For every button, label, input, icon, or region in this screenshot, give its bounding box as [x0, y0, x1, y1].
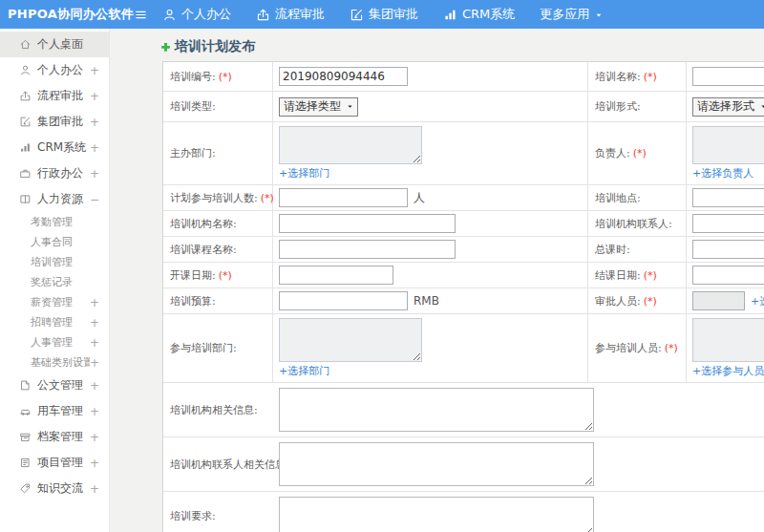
- sidebar-subitem-6-6[interactable]: 人事管理+: [0, 332, 109, 352]
- topnav-item-0[interactable]: 个人办公: [162, 6, 231, 23]
- sidebar-item-5[interactable]: 行政办公+: [0, 160, 109, 186]
- training-name-label: 培训名称:: [595, 70, 641, 84]
- sidebar-item-label: 用车管理: [37, 403, 90, 419]
- budget-input[interactable]: [279, 291, 408, 310]
- form-row-8: 参与培训部门:+选择部门参与培训人员: (*)+选择参与人员: [163, 313, 764, 382]
- form-row-4: 培训机构名称:培训机构联系人:: [163, 210, 764, 236]
- host-department-link[interactable]: +选择部门: [279, 166, 422, 181]
- sidebar-item-2[interactable]: 流程审批+: [0, 83, 109, 109]
- training-form-select[interactable]: 请选择形式: [692, 97, 764, 117]
- org-name-input[interactable]: [279, 214, 456, 233]
- participating-departments-textarea[interactable]: [279, 318, 422, 362]
- sidebar-item-6[interactable]: 人力资源−: [0, 186, 109, 212]
- training-requirements-textarea[interactable]: [279, 497, 594, 532]
- expand-toggle[interactable]: +: [90, 356, 99, 370]
- sidebar-item-9[interactable]: 档案管理+: [0, 424, 109, 450]
- course-name-input[interactable]: [279, 240, 456, 259]
- training-name-input[interactable]: [692, 67, 764, 86]
- topnav-item-1[interactable]: 流程审批: [256, 6, 325, 23]
- training-location-input[interactable]: [692, 188, 764, 207]
- desktop-icon: [19, 38, 32, 51]
- participating-staff-link[interactable]: +选择参与人员: [692, 364, 764, 378]
- sidebar-item-0[interactable]: 个人桌面: [0, 32, 109, 57]
- planned-participants-input[interactable]: [279, 188, 408, 207]
- leader-label-cell: 负责人: (*): [588, 122, 687, 184]
- org-contact-info-label: 培训机构联系人相关信息:: [170, 458, 289, 472]
- expand-toggle[interactable]: +: [90, 167, 99, 181]
- training-form-select-value: 请选择形式: [697, 98, 754, 115]
- participating-staff-textarea[interactable]: [692, 318, 764, 362]
- approver-label-cell: 审批人员: (*): [588, 288, 687, 313]
- caret-icon: [346, 102, 354, 111]
- org-contact-input[interactable]: [692, 214, 764, 233]
- expand-toggle[interactable]: +: [90, 296, 99, 309]
- approver-input[interactable]: [692, 291, 745, 310]
- expand-toggle[interactable]: +: [90, 141, 99, 155]
- sidebar-item-8[interactable]: 用车管理+: [0, 398, 109, 424]
- expand-toggle[interactable]: +: [90, 90, 99, 103]
- sidebar-subitem-6-5[interactable]: 招聘管理+: [0, 312, 109, 332]
- training-requirements-label: 培训要求:: [170, 509, 216, 523]
- form-row-9: 培训机构相关信息:: [163, 382, 764, 436]
- approver-link[interactable]: +选择审批人员: [751, 294, 764, 309]
- sidebar-subitem-6-0[interactable]: 考勤管理: [0, 212, 109, 232]
- expand-toggle[interactable]: −: [90, 193, 99, 206]
- host-department-label: 主办部门:: [170, 146, 216, 160]
- participating-departments-link[interactable]: +选择部门: [279, 364, 422, 378]
- end-date-input[interactable]: [692, 266, 764, 285]
- sidebar-subitem-6-3[interactable]: 奖惩记录: [0, 272, 109, 292]
- sidebar-item-4[interactable]: CRM系统+: [0, 135, 109, 160]
- expand-toggle[interactable]: +: [90, 336, 99, 350]
- topnav-item-3[interactable]: CRM系统: [443, 6, 515, 23]
- sidebar-item-1[interactable]: 个人办公+: [0, 57, 109, 83]
- expand-toggle[interactable]: +: [90, 379, 99, 393]
- start-date-input[interactable]: [279, 266, 393, 285]
- sidebar-subitem-6-7[interactable]: 基础类别设置+: [0, 352, 109, 372]
- sidebar-item-label: 集团审批: [37, 114, 90, 130]
- sidebar-item-7[interactable]: 公文管理+: [0, 372, 109, 398]
- topnav-item-2[interactable]: 集团审批: [350, 6, 418, 23]
- leader-textarea[interactable]: [692, 126, 764, 164]
- training-location-label-cell: 培训地点:: [588, 185, 687, 210]
- planned-participants-suffix: 人: [414, 190, 425, 206]
- expand-toggle[interactable]: +: [90, 482, 99, 496]
- sidebar-subitem-label: 人事合同: [31, 235, 90, 249]
- training-name-label-cell: 培训名称: (*): [588, 62, 687, 91]
- org-info-textarea[interactable]: [279, 388, 594, 432]
- doc-icon: [19, 379, 32, 392]
- form-row-6: 开课日期: (*)结课日期: (*): [163, 262, 764, 287]
- expand-toggle[interactable]: +: [90, 116, 99, 129]
- host-department-field-cell: +选择部门: [273, 122, 588, 184]
- menu-button[interactable]: [130, 4, 151, 25]
- topbar: PHPOA协同办公软件 个人办公流程审批集团审批CRM系统更多应用: [0, 0, 764, 29]
- sidebar-item-10[interactable]: 项目管理+: [0, 450, 109, 476]
- sidebar-subitem-6-4[interactable]: 薪资管理+: [0, 292, 109, 312]
- sidebar-item-label: 公文管理: [37, 377, 90, 394]
- sidebar-subitem-6-2[interactable]: 培训管理: [0, 252, 109, 272]
- expand-toggle[interactable]: +: [90, 457, 99, 470]
- org-contact-label: 培训机构联系人:: [595, 217, 672, 231]
- sidebar-item-3[interactable]: 集团审批+: [0, 109, 109, 135]
- sidebar-subitem-6-1[interactable]: 人事合同: [0, 232, 109, 252]
- training-no-input[interactable]: [279, 67, 408, 86]
- expand-toggle[interactable]: +: [90, 431, 99, 444]
- briefcase-icon: [19, 167, 32, 180]
- topnav-item-label: 流程审批: [275, 6, 325, 23]
- host-department-label-cell: 主办部门:: [163, 122, 273, 184]
- expand-toggle[interactable]: +: [90, 405, 99, 418]
- sidebar-item-11[interactable]: 知识交流+: [0, 476, 109, 501]
- budget-suffix: RMB: [414, 294, 439, 308]
- leader-link[interactable]: +选择负责人: [692, 166, 764, 181]
- caret-icon: [594, 11, 604, 20]
- host-department-textarea[interactable]: [279, 126, 422, 164]
- form-row-11: 培训要求:: [163, 491, 764, 532]
- training-type-select[interactable]: 请选择类型: [279, 97, 358, 117]
- sidebar-item-label: 知识交流: [37, 480, 90, 497]
- total-hours-input[interactable]: [692, 240, 764, 259]
- expand-toggle[interactable]: +: [90, 316, 99, 330]
- org-contact-info-textarea[interactable]: [279, 442, 594, 486]
- tags-icon: [19, 482, 32, 495]
- topnav-item-4[interactable]: 更多应用: [540, 6, 604, 23]
- expand-toggle[interactable]: +: [90, 64, 99, 77]
- leader-label: 负责人:: [595, 146, 630, 160]
